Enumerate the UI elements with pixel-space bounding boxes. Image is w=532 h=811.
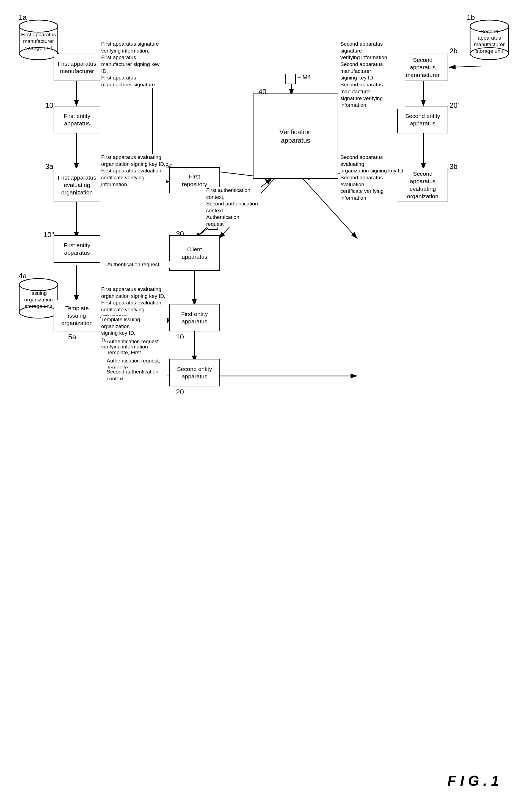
first-entity-apparatus-main: First entityapparatus — [169, 304, 220, 331]
label-template-auth: Template issuing organizationsigning key… — [101, 316, 167, 350]
second-apparatus-manufacturer-storage: Second apparatusmanufacturerstorage unit — [467, 18, 511, 62]
first-entity-apparatus-bottom: First entityapparatus — [53, 235, 100, 263]
ref-5a: 5a — [68, 333, 76, 341]
ref-4a: 4a — [19, 272, 27, 280]
ref-M4: ←M4 — [296, 74, 311, 81]
svg-line-26 — [449, 66, 481, 67]
ref-10-prime: 10' — [45, 101, 55, 110]
label-3a-to-repo: First apparatus evaluatingorganization s… — [101, 154, 166, 188]
label-auth-req-client: Authentication request — [206, 214, 254, 227]
label-client-to-verify: First authentication context,Second auth… — [206, 187, 261, 214]
label-5a-to-entity: First apparatus evaluatingorganization s… — [101, 286, 166, 320]
ref-6a: 6a — [165, 162, 173, 170]
ref-3a: 3a — [45, 162, 53, 171]
first-apparatus-manufacturer-box: First apparatusmanufacturer — [53, 53, 100, 81]
label-client-down: Authentication request — [107, 261, 170, 268]
label-2b-to-verify: Second apparatus signatureverifying info… — [340, 41, 405, 109]
fig-label: F I G . 1 — [447, 772, 499, 789]
ref-3b: 3b — [450, 162, 457, 171]
ref-10-dblprime: 10'' — [44, 230, 54, 239]
second-entity-apparatus-main: Second entityapparatus — [169, 359, 220, 386]
label-2a-to-verify: First apparatus signature verifying info… — [101, 41, 165, 88]
second-entity-apparatus-top: Second entityapparatus — [397, 106, 448, 133]
first-entity-apparatus-top: First entityapparatus — [53, 106, 100, 133]
ref-2b: 2b — [450, 47, 457, 55]
ref-10: 10 — [176, 333, 184, 341]
label-auth-request-left: Authentication request — [107, 338, 167, 345]
ref-40: 40 — [259, 88, 266, 96]
diagram: First apparatusmanufacturerstorage unit … — [0, 0, 532, 811]
first-apparatus-evaluating-org: First apparatusevaluatingorganization — [53, 168, 100, 202]
template-issuing-org: Templateissuingorganization — [53, 300, 100, 331]
label-3b-to-repo: Second apparatus evaluatingorganization … — [340, 154, 406, 202]
ref-20: 20 — [176, 388, 184, 396]
media-M4 — [285, 74, 296, 84]
ref-1a: 1a — [19, 13, 27, 22]
label-second-auth-context: Second authentication context — [107, 368, 167, 382]
verification-apparatus: Verificationapparatus — [253, 93, 338, 179]
ref-20-prime: 20' — [450, 101, 459, 110]
ref-1b: 1b — [467, 13, 475, 22]
ref-30: 30 — [176, 230, 184, 238]
client-apparatus: Clientapparatus — [169, 235, 220, 271]
